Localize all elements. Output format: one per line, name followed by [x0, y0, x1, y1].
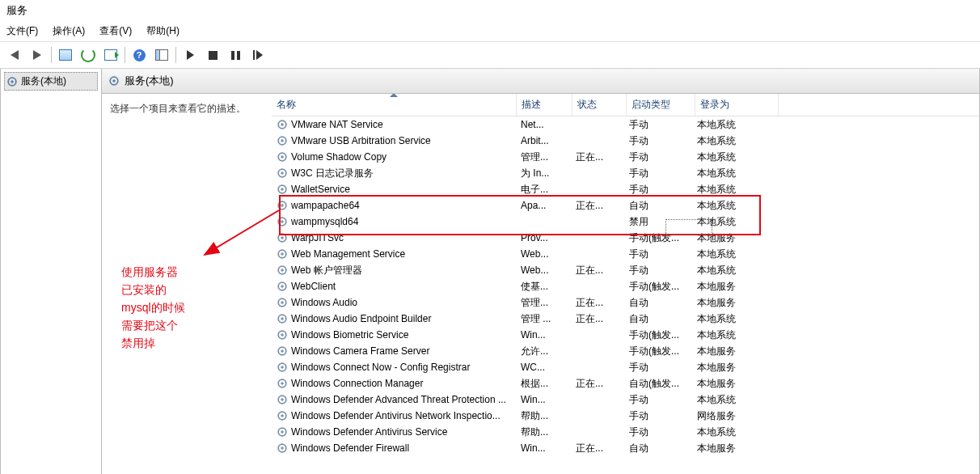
service-row[interactable]: Web Management ServiceWeb...手动本地系统 — [272, 246, 979, 262]
stop-service-button[interactable] — [202, 44, 223, 66]
service-startup: 手动 — [624, 262, 692, 278]
service-startup: 手动(触发... — [624, 278, 692, 294]
right-header-label: 服务(本地) — [125, 74, 174, 88]
service-row[interactable]: VMware USB Arbitration ServiceArbit...手动… — [272, 133, 979, 149]
service-startup: 自动(触发... — [624, 375, 692, 391]
svg-point-17 — [281, 220, 284, 223]
sort-asc-icon — [390, 94, 398, 97]
forward-button[interactable] — [27, 44, 48, 66]
svg-point-37 — [281, 382, 284, 385]
service-logon: 本地系统 — [692, 165, 775, 181]
properties-button[interactable] — [151, 44, 172, 66]
service-status — [571, 116, 624, 133]
menu-help[interactable]: 帮助(H) — [143, 23, 183, 40]
svg-point-1 — [11, 80, 14, 83]
column-desc[interactable]: 描述 — [517, 94, 572, 116]
svg-point-23 — [281, 269, 284, 272]
service-row[interactable]: wampapache64Apa...正在...自动本地系统 — [272, 197, 979, 214]
service-logon: 本地系统 — [692, 424, 775, 440]
gear-icon — [277, 281, 288, 292]
service-row[interactable]: Windows Defender Antivirus Service帮助...手… — [272, 424, 979, 440]
service-startup: 手动(触发... — [624, 230, 692, 246]
service-row[interactable]: wampmysqld64禁用本地系统 — [272, 214, 979, 230]
svg-point-27 — [281, 301, 284, 304]
help-button[interactable]: ? — [129, 44, 150, 66]
gear-icon — [277, 151, 288, 163]
service-logon: 本地服务 — [692, 230, 775, 246]
service-name: Windows Audio Endpoint Builder — [291, 311, 431, 327]
service-row[interactable]: Windows Audio Endpoint Builder管理 ...正在..… — [272, 311, 979, 327]
window-title: 服务 — [6, 4, 27, 16]
help-icon: ? — [133, 49, 146, 61]
service-name: Windows Connect Now - Config Registrar — [291, 359, 470, 375]
service-row[interactable]: WebClient使基...手动(触发...本地服务 — [272, 278, 979, 294]
service-row[interactable]: Windows Connect Now - Config RegistrarWC… — [272, 359, 979, 375]
column-name[interactable]: 名称 — [272, 94, 517, 116]
service-startup: 自动 — [624, 294, 692, 311]
gear-icon — [277, 167, 288, 179]
service-logon: 本地服务 — [692, 278, 775, 294]
service-logon: 本地服务 — [692, 440, 775, 456]
service-row[interactable]: WarpJITSvcProv...手动(触发...本地服务 — [272, 230, 979, 246]
service-row[interactable]: Windows Defender Advanced Threat Protect… — [272, 391, 979, 408]
service-row[interactable]: Volume Shadow Copy管理...正在...手动本地系统 — [272, 149, 979, 165]
menu-view[interactable]: 查看(V) — [96, 23, 135, 40]
service-row[interactable]: Windows Camera Frame Server允许...手动(触发...… — [272, 343, 979, 359]
service-desc: 使基... — [516, 278, 571, 294]
service-startup: 手动(触发... — [624, 327, 692, 343]
gear-icon — [277, 297, 288, 308]
pause-icon — [231, 51, 240, 60]
service-name: Windows Defender Antivirus Network Inspe… — [291, 408, 501, 424]
svg-point-19 — [281, 236, 284, 239]
restart-icon — [253, 50, 263, 60]
menu-action[interactable]: 操作(A) — [49, 23, 88, 40]
column-startup[interactable]: 启动类型 — [627, 94, 695, 116]
svg-point-9 — [281, 155, 284, 159]
column-status[interactable]: 状态 — [572, 94, 627, 116]
refresh-button[interactable] — [78, 44, 99, 66]
service-status — [571, 278, 624, 294]
service-row[interactable]: WalletService电子...手动本地系统 — [272, 181, 979, 197]
menu-file[interactable]: 文件(F) — [3, 23, 41, 40]
service-logon: 本地系统 — [692, 149, 775, 165]
pause-service-button[interactable] — [225, 44, 246, 66]
properties-icon — [155, 49, 168, 61]
service-status: 正在... — [571, 262, 624, 278]
list-header: 名称 描述 状态 启动类型 登录为 — [272, 94, 979, 116]
detail-text: 选择一个项目来查看它的描述。 — [110, 103, 246, 114]
column-logon[interactable]: 登录为 — [695, 94, 779, 116]
gear-icon — [277, 313, 288, 324]
service-row[interactable]: W3C 日志记录服务为 In...手动本地系统 — [272, 165, 979, 181]
service-logon: 本地系统 — [692, 262, 775, 278]
service-startup: 手动 — [624, 246, 692, 262]
start-service-button[interactable] — [180, 44, 201, 66]
service-startup: 手动 — [624, 181, 692, 197]
tree-root-services[interactable]: 服务(本地) — [4, 72, 98, 91]
service-name: Windows Camera Frame Server — [291, 343, 429, 359]
service-row[interactable]: Windows Biometric ServiceWin...手动(触发...本… — [272, 327, 979, 343]
service-row[interactable]: Windows Connection Manager根据...正在...自动(触… — [272, 375, 979, 391]
service-status — [571, 181, 624, 197]
service-logon: 本地系统 — [692, 391, 775, 408]
service-row[interactable]: Windows Defender Antivirus Network Inspe… — [272, 408, 979, 424]
service-row[interactable]: VMware NAT ServiceNet...手动本地系统 — [272, 116, 979, 133]
service-desc: 管理... — [516, 149, 571, 165]
service-row[interactable]: Web 帐户管理器Web...正在...手动本地系统 — [272, 262, 979, 278]
service-row[interactable]: Windows Audio管理...正在...自动本地服务 — [272, 294, 979, 311]
service-name: WebClient — [291, 278, 336, 294]
restart-service-button[interactable] — [247, 44, 268, 66]
service-name: wampmysqld64 — [291, 214, 358, 230]
service-logon: 本地服务 — [692, 375, 775, 391]
service-status — [571, 408, 624, 424]
service-row[interactable]: Windows Defender FirewallWin...正在...自动本地… — [272, 440, 979, 456]
back-button[interactable] — [4, 44, 25, 66]
show-hide-button[interactable] — [55, 44, 76, 66]
menu-bar: 文件(F) 操作(A) 查看(V) 帮助(H) — [0, 21, 980, 42]
gear-icon — [277, 216, 288, 227]
service-desc: Web... — [516, 246, 571, 262]
export-button[interactable] — [100, 44, 121, 66]
svg-point-11 — [281, 171, 284, 175]
service-startup: 手动(触发... — [624, 343, 692, 359]
service-startup: 手动 — [624, 165, 692, 181]
gear-icon — [277, 119, 288, 130]
